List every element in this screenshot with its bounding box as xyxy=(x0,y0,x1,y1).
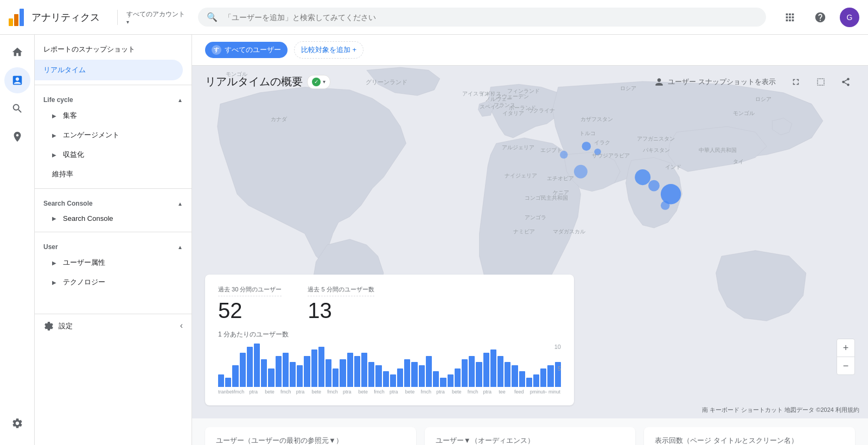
svg-text:ロシア: ロシア xyxy=(755,96,771,102)
zoom-out-button[interactable]: − xyxy=(837,357,854,374)
svg-text:インド: インド xyxy=(665,164,681,170)
all-users-chip[interactable]: す すべてのユーザー xyxy=(205,42,288,58)
per-min-label: 1 分あたりのユーザー数 xyxy=(218,330,561,339)
nav-reports[interactable] xyxy=(4,67,30,93)
chart-bar xyxy=(512,365,518,387)
search-console-section-label: Search Console xyxy=(43,200,93,207)
svg-point-3 xyxy=(635,169,650,185)
chart-bar xyxy=(333,368,339,387)
chart-bar xyxy=(426,356,432,387)
nav-engagement-label: エンゲージメント xyxy=(63,130,119,140)
nav-advertising[interactable] xyxy=(4,124,30,150)
search-console-section[interactable]: Search Console ▲ xyxy=(35,193,192,209)
svg-point-1 xyxy=(582,142,591,151)
arrow-icon: ▶ xyxy=(52,260,56,266)
svg-text:フィンランド: フィンランド xyxy=(507,88,540,94)
compare-button[interactable] xyxy=(812,75,830,89)
help-icon[interactable] xyxy=(809,7,831,28)
nav-realtime[interactable]: リアルタイム xyxy=(35,60,183,80)
nav-divider-1 xyxy=(35,85,192,85)
map-container: グリーンランド カナダ ロシア 中華人民共和国 ポーランド ウクライナ フランス… xyxy=(192,66,868,418)
chart-bar xyxy=(354,356,360,387)
nav-divider-2 xyxy=(35,188,192,189)
zoom-in-button[interactable]: + xyxy=(837,339,854,357)
nav-monetization[interactable]: ▶ 収益化 xyxy=(35,145,192,164)
icon-sidebar xyxy=(0,35,35,445)
logo[interactable]: アナリティクス xyxy=(9,9,100,26)
logo-bar-2 xyxy=(14,14,18,26)
logo-bar-1 xyxy=(9,18,13,26)
stat-30min-label: 過去 30 分間のユーザー xyxy=(218,285,282,296)
arrow-icon: ▶ xyxy=(52,215,56,221)
x-axis-label: ptra xyxy=(483,389,499,395)
map-footer-label: 南 キーボード ショートカット 地図データ ©2024 利用規約 xyxy=(702,406,859,413)
nav-acquisition[interactable]: ▶ 集客 xyxy=(35,106,192,125)
collapse-button[interactable]: ‹ xyxy=(180,321,183,332)
bar-chart: 10 5 xyxy=(218,344,561,387)
share-icon xyxy=(841,77,851,87)
chart-bar xyxy=(283,353,289,387)
chart-bar xyxy=(225,378,231,387)
nav-demographics-label: ユーザー属性 xyxy=(63,258,105,268)
nav-settings[interactable] xyxy=(4,410,30,436)
bottom-card: ユーザー（ユーザーの最初の参照元▼） #1 (direct) 10 xyxy=(205,427,416,445)
segment-bar: す すべてのユーザー 比較対象を追加 + xyxy=(192,35,868,66)
chart-bar xyxy=(268,368,274,387)
x-axis-label: ptra xyxy=(296,389,312,395)
x-axis-label: feed xyxy=(514,389,530,395)
nav-acquisition-label: 集客 xyxy=(63,111,77,120)
avatar[interactable]: G xyxy=(840,8,859,27)
bottom-card-title[interactable]: ユーザー（ユーザーの最初の参照元▼） xyxy=(216,436,343,445)
chart-bar xyxy=(240,353,246,387)
user-chevron: ▲ xyxy=(177,244,183,250)
chart-bar xyxy=(276,356,282,387)
apps-icon[interactable] xyxy=(779,7,801,28)
x-axis-label: tranbete xyxy=(218,389,234,395)
realtime-status-badge[interactable]: ▾ xyxy=(307,75,330,89)
nav-engagement[interactable]: ▶ エンゲージメント xyxy=(35,125,192,145)
chart-bar xyxy=(526,378,532,387)
chart-bar xyxy=(440,378,446,387)
search-input[interactable] xyxy=(224,13,757,22)
nav-explore[interactable] xyxy=(4,96,30,122)
bottom-card-title[interactable]: 表示回数（ページ タイトルとスクリーン名） xyxy=(655,436,798,445)
nav-search-console[interactable]: ▶ Search Console xyxy=(35,209,192,227)
nav-technology-label: テクノロジー xyxy=(63,277,105,287)
nav-retention[interactable]: 維持率 xyxy=(35,164,192,184)
svg-text:ナイジェリア: ナイジェリア xyxy=(505,173,537,179)
share-button[interactable] xyxy=(837,75,855,89)
x-axis: tranbetefmchptrabetefmchptrabetefmchptra… xyxy=(218,389,561,395)
svg-text:グリーンランド: グリーンランド xyxy=(366,79,407,85)
header: アナリティクス すべてのアカウント ▾ 🔍 G xyxy=(0,0,868,35)
expand-button[interactable] xyxy=(787,75,805,89)
svg-text:ウクライナ: ウクライナ xyxy=(528,107,555,113)
svg-point-4 xyxy=(648,180,660,192)
chart-bar xyxy=(383,371,389,387)
chart-bar xyxy=(490,349,496,387)
nav-technology[interactable]: ▶ テクノロジー xyxy=(35,272,192,292)
settings-button[interactable]: 設定 xyxy=(43,321,73,332)
bottom-card-title[interactable]: ユーザー▼（オーディエンス） xyxy=(436,436,534,445)
lifecycle-section[interactable]: Life cycle ▲ xyxy=(35,90,192,106)
nav-demographics[interactable]: ▶ ユーザー属性 xyxy=(35,253,192,272)
user-snapshot-button[interactable]: ユーザー スナップショットを表示 xyxy=(649,74,780,90)
main-content: す すべてのユーザー 比較対象を追加 + xyxy=(192,35,868,445)
search-bar[interactable]: 🔍 xyxy=(198,8,766,27)
chart-bar xyxy=(462,359,468,387)
nav-snapshot[interactable]: レポートのスナップショット xyxy=(35,39,192,60)
stat-5min-label: 過去 5 分間のユーザー数 xyxy=(308,285,374,296)
add-comparison-button[interactable]: 比較対象を追加 + xyxy=(294,41,363,59)
svg-text:ナミビア: ナミビア xyxy=(513,228,535,234)
x-axis-label: ptra xyxy=(343,389,359,395)
nav-snapshot-label: レポートのスナップショット xyxy=(43,44,135,54)
x-axis-label: tee xyxy=(499,389,514,395)
account-selector[interactable]: すべてのアカウント ▾ xyxy=(117,10,185,25)
user-snapshot-icon xyxy=(654,77,665,87)
chart-bar xyxy=(326,359,331,387)
user-section[interactable]: User ▲ xyxy=(35,237,192,253)
svg-text:カナダ: カナダ xyxy=(271,116,288,122)
nav-home[interactable] xyxy=(4,39,30,65)
lifecycle-chevron: ▲ xyxy=(177,97,183,103)
realtime-title: リアルタイムの概要 xyxy=(205,74,303,89)
bar-chart-container: 10 5 tranbetefmchptrabetefmchptrabetefmc… xyxy=(218,344,561,395)
